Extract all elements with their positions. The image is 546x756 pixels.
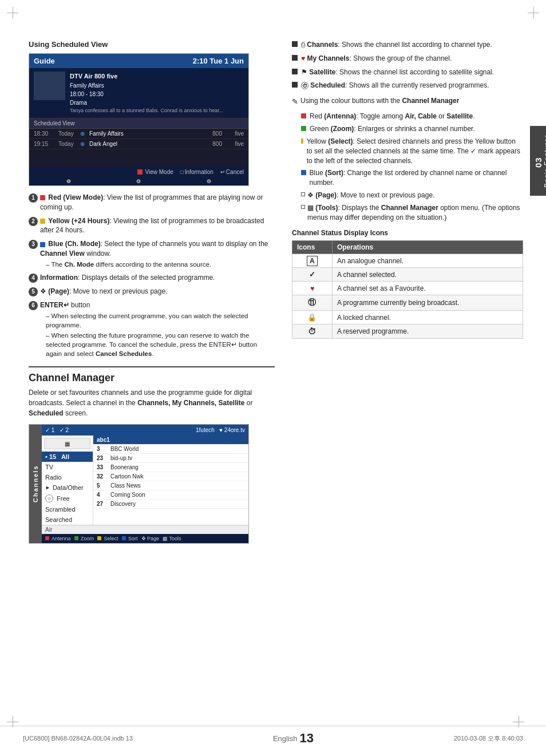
guide-time-range: 18:00 - 18:30 <box>70 90 223 98</box>
bullet-scheduled: ⏱ Scheduled: Shows all the currently res… <box>292 81 523 90</box>
cm-cat-tv[interactable]: TV <box>42 462 93 472</box>
bullet-channels: ⎙ Channels: Shows the channel list accor… <box>292 40 523 50</box>
cm-icon-area: ▦ <box>44 438 90 449</box>
guide-description: Tanya confesses all to a stunned Babs. C… <box>70 107 223 115</box>
color-button-list: Red (Antenna): Toggle among Air, Cable o… <box>301 112 523 222</box>
cm-ch-row: 5Class News <box>93 481 248 490</box>
page-label: English <box>273 734 298 743</box>
guide-title: Guide <box>34 57 55 65</box>
channel-type-list: ⎙ Channels: Shows the channel list accor… <box>292 40 523 90</box>
cm-ch-row: 3BBC World <box>93 445 248 454</box>
cm-footer: Antenna Zoom Select Sort ❖ Page ▩ Tools <box>42 534 248 543</box>
callout-1: 1 Red (View Mode): View the list of prog… <box>29 193 275 212</box>
cm-content: ▦ • 15 All TV Radio ► Data/Other ○ Free <box>42 436 248 525</box>
cm-cat-radio[interactable]: Radio <box>42 472 93 482</box>
status-table: Icons Operations A An analogue channel. … <box>292 240 523 339</box>
guide-header: Guide 2:10 Tue 1 Jun <box>29 54 248 68</box>
guide-row-1: 18:30 Today ⊕ Family Affairs 800 five <box>29 129 248 139</box>
channel-manager-title: Channel Manager <box>29 366 275 384</box>
bullet-my-channels: ♥ My Channels: Shows the group of the ch… <box>292 54 523 64</box>
callout-4: 4 Information: Displays details of the s… <box>29 273 275 283</box>
cm-header: ✓ 1 ✓ 2 1futech ♥ 24ore.tv <box>42 425 248 436</box>
status-header-ops: Operations <box>332 241 523 254</box>
page-btn: ❖ (Page): Move to next or previous page. <box>301 191 523 200</box>
page-num-value: 13 <box>300 731 314 746</box>
note-line: ✎ Using the colour buttons with the Chan… <box>292 96 523 107</box>
chapter-number: 03 <box>533 137 543 188</box>
scheduled-view-title: Using Scheduled View <box>29 40 275 49</box>
cm-ch-row: 23bid-up.tv <box>93 454 248 463</box>
chapter-title: Basic Features <box>543 134 546 188</box>
status-row-reserved: ⏱ A reserved programme. <box>292 324 523 339</box>
cm-cat-free[interactable]: ○ Free <box>42 493 93 504</box>
callout-2: 2 Yellow (+24 Hours): Viewing the list o… <box>29 216 275 236</box>
tools-btn: ▩ (Tools): Displays the Channel Manager … <box>301 203 523 223</box>
status-row-locked: 🔒 A locked channel. <box>292 311 523 324</box>
guide-info-panel: DTV Air 800 five Family Affairs 18:00 - … <box>29 68 248 118</box>
guide-show: Family Affairs <box>70 81 223 90</box>
cm-main: ✓ 1 ✓ 2 1futech ♥ 24ore.tv ▦ • 15 All TV… <box>42 425 248 543</box>
page-wrapper: 03 Basic Features Using Scheduled View G… <box>0 0 546 756</box>
color-btn-yellow: Yellow (Select): Select desired channels… <box>301 137 523 165</box>
channel-manager-desc: Delete or set favourites channels and us… <box>29 387 275 418</box>
right-column: ⎙ Channels: Shows the channel list accor… <box>292 40 523 544</box>
footer-date: 2010-03-08 오후 8:40:03 <box>454 734 523 743</box>
status-row-favourite: ♥ A channel set as a Favourite. <box>292 282 523 295</box>
channel-manager-box: Channels ✓ 1 ✓ 2 1futech ♥ 24ore.tv ▦ <box>29 424 249 544</box>
cm-channels: abc1 3BBC World 23bid-up.tv 33Boonerang <box>93 436 248 525</box>
cm-sidebar: Channels <box>29 425 42 543</box>
guide-row-2: 19:15 Today ⊕ Dark Angel 800 five <box>29 139 248 149</box>
color-btn-red: Red (Antenna): Toggle among Air, Cable o… <box>301 112 523 121</box>
left-column: Using Scheduled View Guide 2:10 Tue 1 Ju… <box>29 40 275 544</box>
guide-channel: DTV Air 800 five <box>70 72 223 81</box>
status-row-broadcast: ⑪ A programme currently being broadcast. <box>292 295 523 311</box>
note-icon: ✎ <box>292 97 298 107</box>
cm-ch-row: 33Boonerang <box>93 463 248 472</box>
callout-5: 5 ❖ (Page): Move to next or previous pag… <box>29 287 275 296</box>
color-btn-green: Green (Zoom): Enlarges or shrinks a chan… <box>301 124 523 134</box>
guide-box: Guide 2:10 Tue 1 Jun DTV Air 800 five Fa… <box>29 53 249 186</box>
page-footer: [UC6800] BN68-02842A-00L04.indb 13 Engli… <box>0 726 546 746</box>
cm-cat-all[interactable]: • 15 All <box>42 452 93 462</box>
guide-scheduled-label: Scheduled View <box>29 118 248 129</box>
guide-genre: Drama <box>70 98 223 107</box>
callouts-container: 1 Red (View Mode): View the list of prog… <box>29 193 275 358</box>
cm-cat-scrambled[interactable]: Scrambled <box>42 504 93 514</box>
guide-footer: View Mode □ Information ↵ Cancel <box>29 167 248 177</box>
footer-file-info: [UC6800] BN68-02842A-00L04.indb 13 <box>23 735 133 742</box>
status-header-icons: Icons <box>292 241 333 254</box>
chapter-tab: 03 Basic Features <box>530 126 546 196</box>
cm-cat-data[interactable]: ► Data/Other <box>42 482 93 493</box>
guide-time: 2:10 Tue 1 Jun <box>193 57 244 65</box>
page-number-area: English 13 <box>273 731 314 746</box>
status-row-selected: ✓ A channel selected. <box>292 268 523 282</box>
corner-crosshair-tr <box>528 7 539 18</box>
cm-ch-row: 32Cartoon Nwk <box>93 472 248 481</box>
cm-highlight-row: abc1 <box>93 436 248 445</box>
main-content: Using Scheduled View Guide 2:10 Tue 1 Ju… <box>0 23 546 561</box>
status-table-title: Channel Status Display Icons <box>292 229 523 237</box>
cm-air-label: Air <box>42 525 248 534</box>
cm-ch-row: 4Coming Soon <box>93 490 248 500</box>
cm-categories: ▦ • 15 All TV Radio ► Data/Other ○ Free <box>42 436 93 525</box>
bullet-satellite: ⚑ Satellite: Shows the channel list acco… <box>292 68 523 77</box>
callout-6: 6 ENTER↵ button When selecting the curre… <box>29 300 275 358</box>
callout-3: 3 Blue (Ch. Mode): Select the type of ch… <box>29 239 275 269</box>
status-row-analogue: A An analogue channel. <box>292 254 523 268</box>
cm-cat-searched[interactable]: Searched <box>42 514 93 525</box>
color-btn-blue: Blue (Sort): Change the list ordered by … <box>301 168 523 188</box>
cm-ch-row: 27Discovery <box>93 500 248 509</box>
corner-crosshair-tl <box>7 7 18 18</box>
